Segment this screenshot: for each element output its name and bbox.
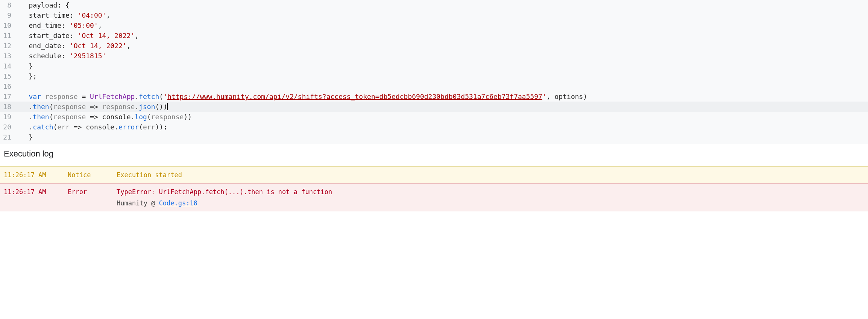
stack-trace-link[interactable]: Code.gs:18 bbox=[159, 199, 197, 207]
code-content[interactable] bbox=[17, 81, 868, 91]
code-content[interactable]: start_time: '04:00', bbox=[17, 10, 868, 20]
log-message: TypeError: UrlFetchApp.fetch(...).then i… bbox=[117, 188, 864, 207]
code-content[interactable]: .catch(err => console.error(err)); bbox=[17, 122, 868, 132]
line-number: 18 bbox=[0, 102, 17, 112]
line-number: 19 bbox=[0, 112, 17, 122]
code-line[interactable]: 19 .then(response => console.log(respons… bbox=[0, 112, 868, 122]
log-entry-error: 11:26:17 AMErrorTypeError: UrlFetchApp.f… bbox=[0, 183, 868, 211]
code-editor[interactable]: 8 payload: {9 start_time: '04:00',10 end… bbox=[0, 0, 868, 144]
code-line[interactable]: 14 } bbox=[0, 61, 868, 71]
execution-log-title: Execution log bbox=[0, 144, 868, 166]
code-line[interactable]: 16 bbox=[0, 81, 868, 91]
line-number: 10 bbox=[0, 20, 17, 30]
code-line[interactable]: 12 end_date: 'Oct 14, 2022', bbox=[0, 41, 868, 51]
code-line[interactable]: 10 end_time: '05:00', bbox=[0, 20, 868, 30]
code-content[interactable]: start_date: 'Oct 14, 2022', bbox=[17, 30, 868, 41]
log-entry-notice: 11:26:17 AMNoticeExecution started bbox=[0, 166, 868, 183]
code-content[interactable]: end_time: '05:00', bbox=[17, 20, 868, 30]
code-line[interactable]: 18 .then(response => response.json()) bbox=[0, 102, 868, 112]
code-content[interactable]: } bbox=[17, 61, 868, 71]
log-message: Execution started bbox=[117, 171, 864, 179]
code-line[interactable]: 17 var response = UrlFetchApp.fetch('htt… bbox=[0, 91, 868, 102]
code-line[interactable]: 13 schedule: '2951815' bbox=[0, 51, 868, 61]
log-level: Notice bbox=[68, 171, 117, 179]
code-line[interactable]: 20 .catch(err => console.error(err)); bbox=[0, 122, 868, 132]
line-number: 21 bbox=[0, 132, 17, 142]
code-content[interactable]: }; bbox=[17, 71, 868, 81]
line-number: 12 bbox=[0, 41, 17, 51]
line-number: 11 bbox=[0, 30, 17, 41]
code-content[interactable]: var response = UrlFetchApp.fetch('https:… bbox=[17, 91, 868, 102]
code-line[interactable]: 21 } bbox=[0, 132, 868, 142]
text-cursor bbox=[167, 103, 168, 110]
line-number: 16 bbox=[0, 81, 17, 91]
code-content[interactable]: .then(response => response.json()) bbox=[17, 102, 868, 112]
code-line[interactable]: 11 start_date: 'Oct 14, 2022', bbox=[0, 30, 868, 41]
line-number: 13 bbox=[0, 51, 17, 61]
log-level: Error bbox=[68, 188, 117, 196]
line-number: 20 bbox=[0, 122, 17, 132]
code-content[interactable]: payload: { bbox=[17, 0, 868, 10]
execution-log-panel: Execution log 11:26:17 AMNoticeExecution… bbox=[0, 144, 868, 211]
line-number: 14 bbox=[0, 61, 17, 71]
code-content[interactable]: end_date: 'Oct 14, 2022', bbox=[17, 41, 868, 51]
log-timestamp: 11:26:17 AM bbox=[4, 188, 68, 196]
code-line[interactable]: 8 payload: { bbox=[0, 0, 868, 10]
code-content[interactable]: .then(response => console.log(response)) bbox=[17, 112, 868, 122]
log-timestamp: 11:26:17 AM bbox=[4, 171, 68, 179]
code-line[interactable]: 15 }; bbox=[0, 71, 868, 81]
code-line[interactable]: 9 start_time: '04:00', bbox=[0, 10, 868, 20]
line-number: 9 bbox=[0, 10, 17, 20]
line-number: 8 bbox=[0, 0, 17, 10]
line-number: 17 bbox=[0, 91, 17, 102]
log-stack-trace: Humanity @ Code.gs:18 bbox=[117, 199, 864, 207]
code-content[interactable]: } bbox=[17, 132, 868, 142]
code-content[interactable]: schedule: '2951815' bbox=[17, 51, 868, 61]
line-number: 15 bbox=[0, 71, 17, 81]
